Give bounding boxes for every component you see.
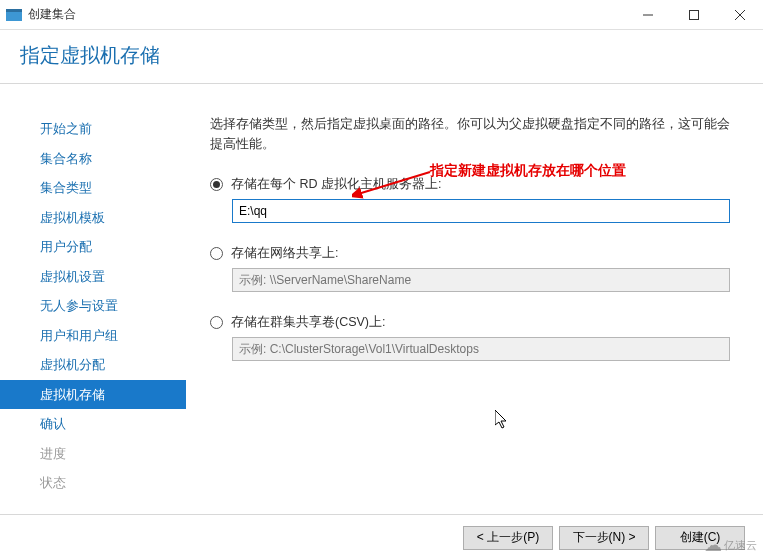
sidebar-item-vm-template[interactable]: 虚拟机模板 <box>0 203 186 233</box>
sidebar: 开始之前 集合名称 集合类型 虚拟机模板 用户分配 虚拟机设置 无人参与设置 用… <box>0 84 186 510</box>
sidebar-item-user-assignment[interactable]: 用户分配 <box>0 232 186 262</box>
sidebar-item-collection-type[interactable]: 集合类型 <box>0 173 186 203</box>
radio-network-label: 存储在网络共享上: <box>231 245 338 262</box>
close-button[interactable] <box>717 0 763 30</box>
titlebar: 创建集合 <box>0 0 763 30</box>
sidebar-item-users-groups[interactable]: 用户和用户组 <box>0 321 186 351</box>
sidebar-item-vm-storage[interactable]: 虚拟机存储 <box>0 380 186 410</box>
cloud-icon: ☁ <box>704 536 722 554</box>
radio-row-network[interactable]: 存储在网络共享上: <box>210 245 733 262</box>
sidebar-item-unattended-settings[interactable]: 无人参与设置 <box>0 291 186 321</box>
next-button[interactable]: 下一步(N) > <box>559 526 649 550</box>
radio-row-csv[interactable]: 存储在群集共享卷(CSV)上: <box>210 314 733 331</box>
sidebar-item-status: 状态 <box>0 468 186 498</box>
header: 指定虚拟机存储 <box>0 30 763 84</box>
window-controls <box>625 0 763 30</box>
app-icon <box>6 8 22 22</box>
path-input-csv <box>232 337 730 361</box>
sidebar-item-vm-allocation[interactable]: 虚拟机分配 <box>0 350 186 380</box>
radio-csv[interactable] <box>210 316 223 329</box>
sidebar-item-collection-name[interactable]: 集合名称 <box>0 144 186 174</box>
path-input-local[interactable] <box>232 199 730 223</box>
footer: < 上一步(P) 下一步(N) > 创建(C) <box>0 514 763 560</box>
radio-network[interactable] <box>210 247 223 260</box>
window-title: 创建集合 <box>28 6 76 23</box>
sidebar-item-progress: 进度 <box>0 439 186 469</box>
watermark-text: 亿速云 <box>724 538 757 553</box>
sidebar-item-vm-settings[interactable]: 虚拟机设置 <box>0 262 186 292</box>
minimize-button[interactable] <box>625 0 671 30</box>
radio-local[interactable] <box>210 178 223 191</box>
description-text: 选择存储类型，然后指定虚拟桌面的路径。你可以为父虚拟硬盘指定不同的路径，这可能会… <box>210 114 733 154</box>
main-panel: 选择存储类型，然后指定虚拟桌面的路径。你可以为父虚拟硬盘指定不同的路径，这可能会… <box>186 84 763 510</box>
svg-rect-3 <box>690 10 699 19</box>
radio-csv-label: 存储在群集共享卷(CSV)上: <box>231 314 386 331</box>
page-title: 指定虚拟机存储 <box>20 42 763 69</box>
previous-button[interactable]: < 上一步(P) <box>463 526 553 550</box>
sidebar-item-before-begin[interactable]: 开始之前 <box>0 114 186 144</box>
annotation-text: 指定新建虚拟机存放在哪个位置 <box>430 162 626 180</box>
sidebar-item-confirm[interactable]: 确认 <box>0 409 186 439</box>
path-input-network <box>232 268 730 292</box>
maximize-button[interactable] <box>671 0 717 30</box>
svg-rect-1 <box>6 9 22 12</box>
watermark: ☁ 亿速云 <box>704 536 757 554</box>
radio-local-label: 存储在每个 RD 虚拟化主机服务器上: <box>231 176 441 193</box>
